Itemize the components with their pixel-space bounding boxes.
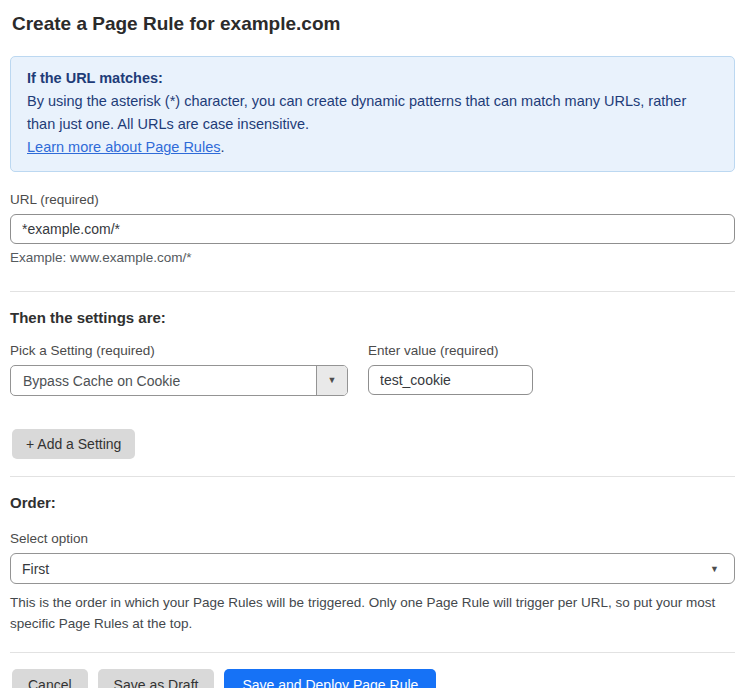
- page-title: Create a Page Rule for example.com: [10, 13, 735, 35]
- info-box-link-line: Learn more about Page Rules.: [27, 136, 718, 159]
- order-section: Order: Select option First ▼ This is the…: [10, 494, 735, 634]
- save-and-deploy-button[interactable]: Save and Deploy Page Rule: [224, 669, 436, 688]
- chevron-down-icon: ▼: [710, 564, 719, 573]
- url-input[interactable]: [10, 214, 735, 244]
- settings-heading: Then the settings are:: [10, 309, 735, 326]
- divider: [10, 291, 735, 292]
- order-select-value: First: [22, 561, 49, 577]
- url-section: URL (required) Example: www.example.com/…: [10, 192, 735, 265]
- order-select[interactable]: First ▼: [10, 553, 735, 584]
- pick-setting-label: Pick a Setting (required): [10, 343, 348, 358]
- learn-more-link[interactable]: Learn more about Page Rules: [27, 139, 220, 155]
- setting-value-input[interactable]: [368, 365, 533, 395]
- enter-value-group: Enter value (required): [368, 343, 533, 395]
- info-box-body: By using the asterisk (*) character, you…: [27, 90, 718, 136]
- setting-select[interactable]: Bypass Cache on Cookie ▼: [10, 365, 348, 396]
- enter-value-label: Enter value (required): [368, 343, 533, 358]
- order-select-label: Select option: [10, 531, 735, 546]
- save-as-draft-button[interactable]: Save as Draft: [98, 669, 215, 688]
- cancel-button[interactable]: Cancel: [12, 669, 88, 688]
- add-setting-button[interactable]: + Add a Setting: [12, 429, 135, 459]
- setting-select-arrow-button[interactable]: ▼: [316, 366, 347, 395]
- info-box-heading: If the URL matches:: [27, 67, 718, 90]
- link-period: .: [220, 139, 224, 155]
- url-matches-info-box: If the URL matches: By using the asteris…: [10, 56, 735, 172]
- url-example-hint: Example: www.example.com/*: [10, 250, 735, 265]
- setting-select-value: Bypass Cache on Cookie: [11, 366, 316, 395]
- settings-section: Then the settings are: Pick a Setting (r…: [10, 309, 735, 459]
- order-help-text: This is the order in which your Page Rul…: [10, 592, 730, 634]
- order-heading: Order:: [10, 494, 735, 511]
- footer-actions: Cancel Save as Draft Save and Deploy Pag…: [10, 669, 735, 688]
- chevron-down-icon: ▼: [328, 376, 337, 385]
- divider: [10, 476, 735, 477]
- pick-setting-group: Pick a Setting (required) Bypass Cache o…: [10, 343, 348, 396]
- divider: [10, 652, 735, 653]
- settings-row: Pick a Setting (required) Bypass Cache o…: [10, 343, 735, 396]
- url-label: URL (required): [10, 192, 735, 207]
- create-page-rule-form: Create a Page Rule for example.com If th…: [0, 0, 750, 688]
